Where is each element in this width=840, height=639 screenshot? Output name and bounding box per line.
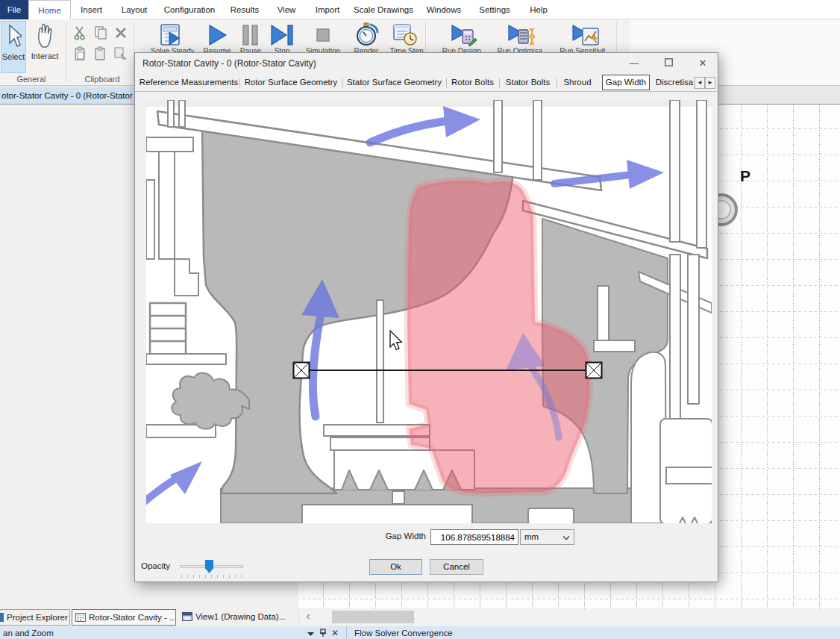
pause-icon[interactable] [240,24,261,48]
tab-project-explorer[interactable]: Project Explorer [0,609,70,626]
document-tab-rotor-stator-cavity[interactable]: otor-Stator Cavity - 0 (Rotor-Stator [0,87,135,104]
gap-width-label: Gap Width [380,532,426,540]
rotor-stator-cavity-dialog: Rotor-Stator Cavity - 0 (Rotor-Stator Ca… [134,52,718,582]
chevron-down-icon [563,536,569,540]
measurement-handle-left[interactable] [294,363,310,378]
group-label-general: General [0,75,63,85]
step-forward-icon[interactable] [269,24,295,48]
slider-tick [205,575,206,578]
slider-tick [199,575,200,578]
tab-view1-drawing-data[interactable]: View1 (Drawing Data)... [179,609,293,626]
clipboard-row-2 [73,46,131,64]
dialog-title-bar[interactable]: Rotor-Stator Cavity - 0 (Rotor-Stator Ca… [135,53,718,74]
run-sensitivity-icon[interactable] [571,22,600,49]
cursor-arrow-icon [5,24,22,49]
menu-settings[interactable]: Settings [471,0,518,19]
menu-scale-drawings[interactable]: Scale Drawings [349,0,418,19]
tab-rotor-stator-cavity[interactable]: Rotor-Stator Cavity - ... [72,609,176,626]
select-tool-button[interactable]: Select [1,21,26,73]
minimize-button[interactable]: — [623,56,645,71]
slider-tick [241,575,242,578]
menu-configuration[interactable]: Configuration [157,0,222,19]
tab-reference-measurements[interactable]: Reference Measurements [139,74,239,91]
ribbon-divider [66,22,66,82]
menu-results[interactable]: Results [222,0,267,19]
slider-thumb[interactable] [205,560,213,573]
resume-icon[interactable] [206,24,228,48]
measurement-handle-right[interactable] [586,363,602,378]
window-icon [182,611,192,626]
scroll-left-button[interactable]: ‹ [301,610,316,624]
tab-scroll-right-button[interactable]: ► [705,77,715,89]
gap-width-input[interactable] [430,529,518,545]
tab-gap-width[interactable]: Gap Width [602,75,650,90]
status-bar: an and Zoom ✕ Flow Solver Convergence [0,626,840,639]
solve-steady-icon[interactable] [159,23,183,49]
tab-stator-surface-geometry[interactable]: Stator Surface Geometry [343,74,445,91]
drawing-top-strip [146,100,712,107]
tab-rotor-bolts[interactable]: Rotor Bolts [447,74,498,91]
table-icon [75,611,86,626]
render-timestep-icon[interactable] [392,23,418,49]
interact-tool-button[interactable]: Interact [28,21,62,73]
cavity-drawing-image[interactable] [146,100,712,523]
tab-stator-bolts[interactable]: Stator Bolts [500,74,556,91]
close-panel-icon[interactable]: ✕ [331,627,339,639]
menu-layout[interactable]: Layout [112,0,157,19]
tab-scroll-left-button[interactable]: ◄ [695,77,705,89]
slider-tick [217,575,218,578]
slider-tick [235,575,236,578]
slider-tick [211,575,212,578]
tab-label: View1 (Drawing Data)... [195,612,286,621]
unit-value: mm [524,532,539,541]
pin-icon[interactable] [319,627,327,639]
maximize-button[interactable] [657,56,680,71]
paste-special-icon[interactable] [93,46,108,61]
menu-view[interactable]: View [267,0,306,19]
menu-import[interactable]: Import [306,0,349,19]
app-window: File Home Insert Layout Configuration Re… [0,0,840,639]
hand-icon [35,23,54,49]
opacity-slider[interactable] [178,559,245,579]
menu-help[interactable]: Help [521,0,557,19]
opacity-label: Opacity [141,561,170,570]
horizontal-scrollbar[interactable]: ‹ [298,608,840,626]
flow-solver-panel-title: Flow Solver Convergence [354,627,453,639]
tab-discretisation[interactable]: Discretisa [655,74,694,91]
slider-tick [187,575,188,578]
pan-and-zoom-panel-title: an and Zoom [3,627,54,639]
stop-icon[interactable] [316,28,330,43]
paste-icon[interactable] [73,46,88,61]
scrollbar-thumb[interactable] [332,611,414,623]
run-design-icon[interactable] [451,22,477,49]
menu-bar: File Home Insert Layout Configuration Re… [0,0,840,19]
slider-tick [181,575,182,578]
menu-insert[interactable]: Insert [71,0,112,19]
menu-home[interactable]: Home [28,0,71,19]
interact-label: Interact [28,52,62,60]
menu-windows[interactable]: Windows [419,0,468,19]
stopwatch-icon[interactable] [354,22,380,49]
panel-dropdown-icon[interactable] [307,627,314,639]
dialog-title: Rotor-Stator Cavity - 0 (Rotor-Stator Ca… [142,58,316,69]
copy-icon[interactable] [93,25,108,40]
tab-label: Project Explorer [7,613,68,622]
dialog-tab-bar: Reference Measurements Rotor Surface Geo… [135,74,719,92]
tab-shroud[interactable]: Shroud [557,74,598,91]
cut-icon[interactable] [73,25,88,40]
run-optimisation-icon[interactable] [507,22,536,49]
clipboard-row-1 [73,25,131,43]
tab-rotor-surface-geometry[interactable]: Rotor Surface Geometry [240,74,342,91]
canvas-p-label: P [740,167,750,184]
maximize-icon [665,58,673,66]
select-label: Select [1,52,25,61]
cancel-button[interactable]: Cancel [430,559,483,575]
project-explorer-icon [0,611,4,626]
slider-tick [223,575,224,578]
gap-width-unit-dropdown[interactable]: mm [520,529,574,545]
copy-format-icon[interactable] [113,46,128,61]
ok-button[interactable]: Ok [369,559,422,575]
menu-file[interactable]: File [0,0,28,19]
delete-icon[interactable] [113,25,128,40]
close-button[interactable]: ✕ [692,56,714,71]
